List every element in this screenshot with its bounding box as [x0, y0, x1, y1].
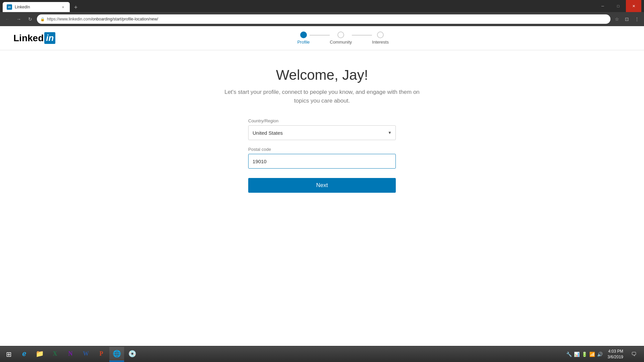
postal-input[interactable] — [248, 154, 396, 169]
linkedin-page: Linkedin Profile Community — [0, 26, 644, 346]
step-label-interests: Interests — [372, 40, 389, 45]
ie-icon: ℯ — [22, 350, 26, 358]
extensions-button[interactable]: ⊡ — [623, 15, 631, 23]
title-bar: in LinkedIn × + ─ □ ✕ — [0, 0, 644, 12]
star-button[interactable]: ☆ — [612, 15, 621, 23]
notification-center[interactable]: 🗨 — [628, 347, 640, 362]
volume-icon[interactable]: 🔊 — [597, 352, 603, 357]
step-label-community: Community — [330, 40, 352, 45]
url-path: /onboarding/start/profile-location/new/ — [91, 17, 158, 21]
url-secure: https://www.linkedin.com — [47, 17, 91, 21]
system-tray: 🔧 📊 🔋 📶 🔊 — [566, 352, 603, 357]
taskbar-apps: ℯ 📁 X N W P 🌐 — [17, 347, 563, 362]
tray-icon-1[interactable]: 🔧 — [566, 352, 572, 357]
onenote-icon: N — [68, 350, 73, 357]
step-circle-community — [337, 32, 344, 38]
clock-date: 3/6/2019 — [607, 354, 623, 360]
clock-time: 4:03 PM — [607, 349, 623, 354]
welcome-title: Welcome, Jay! — [276, 67, 368, 83]
tab-close-button[interactable]: × — [60, 4, 66, 10]
country-select[interactable]: United States Canada United Kingdom Aust… — [248, 125, 396, 140]
logo-in: in — [44, 32, 55, 44]
minimize-button[interactable]: ─ — [595, 0, 610, 12]
start-button[interactable]: ⊞ — [1, 347, 16, 362]
new-tab-button[interactable]: + — [71, 3, 80, 12]
next-button[interactable]: Next — [248, 178, 396, 193]
tray-icon-2[interactable]: 📊 — [574, 352, 580, 357]
linkedin-logo: Linkedin — [13, 32, 55, 44]
windows-icon: ⊞ — [6, 350, 12, 358]
step-community: Community — [330, 32, 352, 45]
refresh-button[interactable]: ↻ — [25, 14, 35, 24]
taskbar: ⊞ ℯ 📁 X N W P — [0, 346, 644, 362]
step-circle-interests — [377, 32, 384, 38]
tray-icon-3[interactable]: 🔋 — [582, 352, 587, 357]
file-explorer-icon: 📁 — [36, 350, 44, 358]
active-tab[interactable]: in LinkedIn × — [3, 2, 70, 12]
step-interests: Interests — [372, 32, 389, 45]
postal-label: Postal code — [248, 147, 396, 152]
close-button[interactable]: ✕ — [626, 0, 641, 12]
welcome-subtitle: Let's start your profile, connect to peo… — [221, 88, 423, 105]
taskbar-chrome[interactable]: 🌐 — [109, 347, 124, 362]
step-circle-profile — [300, 32, 307, 38]
linkedin-header: Linkedin Profile Community — [0, 26, 644, 50]
form-container: Country/Region United States Canada Unit… — [248, 118, 396, 193]
taskbar-onenote[interactable]: N — [63, 347, 78, 362]
postal-group: Postal code — [248, 147, 396, 169]
step-label-profile: Profile — [297, 40, 310, 45]
country-group: Country/Region United States Canada Unit… — [248, 118, 396, 140]
taskbar-file-explorer[interactable]: 📁 — [32, 347, 47, 362]
taskbar-ie[interactable]: ℯ — [17, 347, 32, 362]
taskbar-powerpoint[interactable]: P — [94, 347, 109, 362]
maximize-button[interactable]: □ — [610, 0, 626, 12]
step-line-2 — [352, 35, 372, 36]
word-icon: W — [83, 350, 89, 357]
address-bar[interactable]: 🔒 https://www.linkedin.com/onboarding/st… — [37, 14, 610, 24]
nav-bar: ← → ↻ 🔒 https://www.linkedin.com/onboard… — [0, 12, 644, 26]
tab-favicon: in — [7, 4, 12, 10]
browser-window: in LinkedIn × + ─ □ ✕ ← → ↻ 🔒 https://ww… — [0, 0, 644, 362]
chrome-icon: 🌐 — [113, 350, 121, 358]
page-main: Welcome, Jay! Let's start your profile, … — [0, 50, 644, 346]
window-controls: ─ □ ✕ — [595, 0, 641, 12]
menu-button[interactable]: ⋮ — [633, 15, 641, 23]
taskbar-right: 🔧 📊 🔋 📶 🔊 4:03 PM 3/6/2019 🗨 — [564, 347, 643, 362]
nav-right: ☆ ⊡ ⋮ — [612, 15, 641, 23]
progress-steps: Profile Community Interests — [297, 32, 388, 45]
notification-icon: 🗨 — [631, 351, 637, 357]
taskbar-excel[interactable]: X — [48, 347, 62, 362]
tab-title: LinkedIn — [15, 5, 58, 9]
page-content: Linkedin Profile Community — [0, 26, 644, 346]
step-line-1 — [310, 35, 330, 36]
taskbar-word[interactable]: W — [78, 347, 93, 362]
logo-linked: Linked — [13, 33, 44, 44]
taskbar-clock[interactable]: 4:03 PM 3/6/2019 — [605, 349, 625, 360]
tab-strip: in LinkedIn × + — [3, 0, 80, 12]
powerpoint-icon: P — [100, 350, 103, 357]
step-profile: Profile — [297, 32, 310, 45]
taskbar-media[interactable]: 💿 — [125, 347, 140, 362]
back-button[interactable]: ← — [3, 14, 12, 24]
media-icon: 💿 — [128, 350, 137, 358]
country-label: Country/Region — [248, 118, 396, 123]
forward-button[interactable]: → — [14, 14, 23, 24]
excel-icon: X — [53, 350, 57, 357]
lock-icon: 🔒 — [40, 17, 45, 21]
signal-icon[interactable]: 📶 — [589, 352, 595, 357]
url-text: https://www.linkedin.com/onboarding/star… — [47, 17, 607, 21]
country-select-wrapper: United States Canada United Kingdom Aust… — [248, 125, 396, 140]
